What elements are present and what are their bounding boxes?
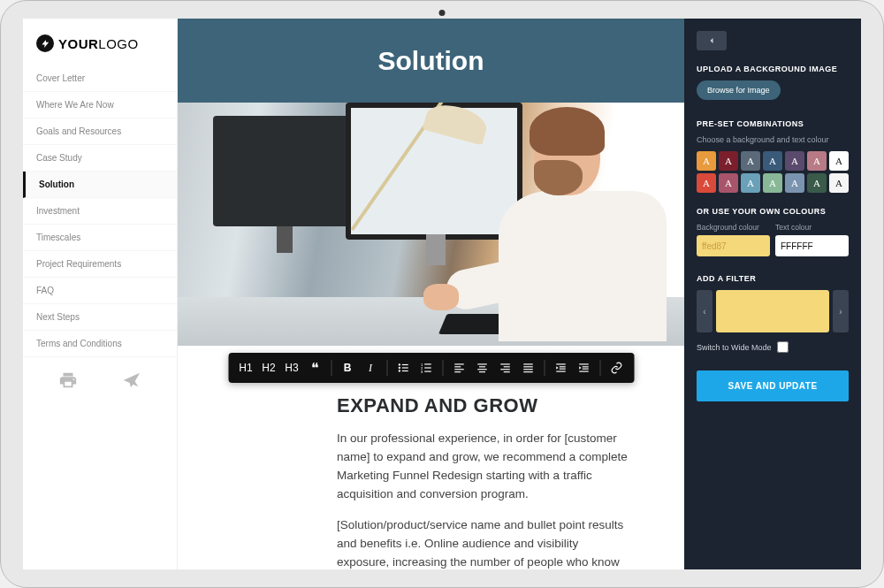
- text-toolbar: H1 H2 H3 ❝ B I 123: [228, 353, 634, 383]
- align-left-button[interactable]: [448, 358, 469, 378]
- sidebar-item-investment[interactable]: Investment: [23, 198, 177, 225]
- content-heading: EXPAND AND GROW: [337, 394, 631, 417]
- svg-rect-3: [401, 367, 408, 368]
- colour-swatch-0[interactable]: A: [697, 151, 716, 171]
- sidebar-item-solution[interactable]: Solution: [23, 172, 177, 198]
- svg-rect-13: [454, 366, 461, 367]
- hero-title-band: Solution: [178, 19, 684, 103]
- svg-rect-24: [523, 363, 533, 364]
- sidebar-item-timescales[interactable]: Timescales: [23, 225, 177, 251]
- hero-image[interactable]: [178, 103, 684, 346]
- filter-label: ADD A FILTER: [697, 274, 849, 283]
- content-paragraph-2: [Solution/product/service name and bulle…: [337, 516, 631, 569]
- sidebar-item-case-study[interactable]: Case Study: [23, 145, 177, 172]
- filter-next-button[interactable]: ›: [833, 290, 849, 332]
- colour-swatch-10[interactable]: A: [763, 173, 782, 193]
- svg-text:3: 3: [421, 370, 423, 374]
- page-title: Solution: [378, 46, 484, 76]
- svg-rect-28: [556, 363, 566, 364]
- quote-button[interactable]: ❝: [304, 358, 325, 378]
- filter-prev-button[interactable]: ‹: [697, 290, 713, 332]
- svg-point-2: [398, 367, 400, 369]
- svg-rect-7: [424, 363, 431, 364]
- sidebar-item-next-steps[interactable]: Next Steps: [23, 304, 177, 331]
- align-justify-button[interactable]: [517, 358, 538, 378]
- logo: YOURLOGO: [23, 19, 177, 65]
- sidebar-item-faq[interactable]: FAQ: [23, 278, 177, 304]
- svg-rect-5: [401, 370, 408, 371]
- upload-label: UPLOAD A BACKGROUND IMAGE: [697, 65, 849, 73]
- own-colours-label: OR USE YOUR OWN COLOURS: [697, 207, 849, 216]
- h1-button[interactable]: H1: [235, 358, 256, 378]
- align-center-button[interactable]: [471, 358, 492, 378]
- content-paragraph-1: In our professional experience, in order…: [337, 430, 631, 504]
- swatch-grid: AAAAAAAAAAAAAA: [697, 151, 849, 193]
- svg-point-0: [398, 363, 400, 365]
- share-icon[interactable]: [122, 370, 141, 393]
- bold-button[interactable]: B: [337, 358, 358, 378]
- colour-swatch-9[interactable]: A: [741, 173, 760, 193]
- colour-swatch-1[interactable]: A: [719, 151, 738, 171]
- svg-rect-26: [523, 369, 533, 370]
- svg-rect-17: [479, 366, 485, 367]
- bullet-list-button[interactable]: [392, 358, 414, 378]
- wide-mode-checkbox[interactable]: [777, 341, 789, 353]
- sidebar-item-goals[interactable]: Goals and Resources: [23, 118, 177, 145]
- svg-rect-29: [559, 366, 565, 367]
- italic-button[interactable]: I: [360, 358, 381, 378]
- save-update-button[interactable]: SAVE AND UPDATE: [697, 370, 849, 401]
- svg-rect-27: [523, 371, 533, 372]
- indent-button[interactable]: [573, 358, 594, 378]
- colour-swatch-7[interactable]: A: [697, 173, 716, 193]
- svg-rect-12: [454, 363, 464, 364]
- sidebar-item-requirements[interactable]: Project Requirements: [23, 251, 177, 278]
- colour-swatch-2[interactable]: A: [741, 151, 760, 171]
- svg-rect-23: [503, 371, 509, 372]
- text-colour-input[interactable]: [775, 235, 849, 256]
- colour-swatch-8[interactable]: A: [719, 173, 738, 193]
- svg-rect-22: [500, 369, 510, 370]
- bg-colour-input[interactable]: [697, 235, 770, 256]
- outdent-button[interactable]: [550, 358, 571, 378]
- svg-rect-32: [579, 363, 589, 364]
- colour-swatch-3[interactable]: A: [763, 151, 782, 171]
- svg-point-4: [398, 370, 400, 371]
- preset-sublabel: Choose a background and text colour: [697, 135, 849, 144]
- h3-button[interactable]: H3: [281, 358, 302, 378]
- number-list-button[interactable]: 123: [415, 358, 437, 378]
- preset-label: PRE-SET COMBINATIONS: [697, 119, 849, 128]
- logo-text-thin: LOGO: [98, 36, 138, 51]
- sidebar-item-cover-letter[interactable]: Cover Letter: [23, 65, 177, 92]
- h2-button[interactable]: H2: [258, 358, 279, 378]
- print-icon[interactable]: [58, 370, 78, 393]
- colour-swatch-11[interactable]: A: [785, 173, 804, 193]
- sidebar-item-terms[interactable]: Terms and Conditions: [23, 331, 177, 357]
- hero-section: Solution: [178, 19, 684, 346]
- colour-swatch-12[interactable]: A: [807, 173, 827, 193]
- tablet-camera: [439, 10, 446, 16]
- sidebar: YOURLOGO Cover Letter Where We Are Now G…: [23, 19, 178, 569]
- browse-image-button[interactable]: Browse for Image: [697, 80, 781, 100]
- svg-rect-15: [454, 371, 461, 372]
- svg-rect-35: [579, 371, 589, 372]
- colour-swatch-4[interactable]: A: [785, 151, 804, 171]
- panel-back-button[interactable]: [697, 31, 727, 50]
- colour-swatch-5[interactable]: A: [807, 151, 827, 171]
- filter-preview[interactable]: [716, 290, 829, 332]
- wide-mode-label: Switch to Wide Mode: [697, 343, 772, 352]
- svg-rect-18: [477, 369, 487, 370]
- logo-text-bold: YOUR: [58, 36, 98, 51]
- svg-rect-19: [479, 371, 485, 372]
- align-right-button[interactable]: [494, 358, 515, 378]
- svg-rect-21: [503, 366, 509, 367]
- sidebar-item-where-we-are[interactable]: Where We Are Now: [23, 92, 177, 118]
- svg-rect-20: [500, 363, 510, 364]
- svg-rect-14: [454, 369, 464, 370]
- svg-rect-11: [424, 371, 431, 372]
- link-button[interactable]: [606, 358, 627, 378]
- bolt-icon: [36, 34, 54, 52]
- colour-swatch-6[interactable]: A: [829, 151, 849, 171]
- svg-rect-9: [424, 367, 431, 368]
- bg-colour-label: Background colour: [697, 223, 770, 232]
- colour-swatch-13[interactable]: A: [829, 173, 849, 193]
